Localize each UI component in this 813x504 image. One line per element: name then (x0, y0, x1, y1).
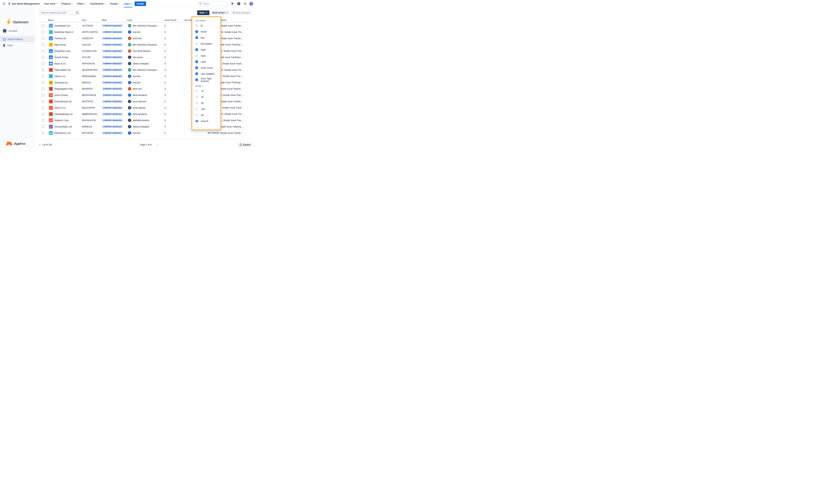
app-switcher-icon[interactable] (2, 2, 6, 6)
export-button[interactable]: Export (238, 142, 253, 147)
row-checkbox[interactable] (42, 62, 44, 65)
radio-icon[interactable] (195, 114, 198, 116)
project-name: Tuthooj Ltd. (54, 37, 66, 40)
column-toggle-key[interactable]: ✓ Key (192, 35, 220, 41)
project-name: Jinaceara Inc. (54, 81, 68, 84)
row-checkbox[interactable] (42, 100, 44, 103)
row-checkbox[interactable] (42, 94, 44, 96)
last-updated: - (184, 50, 185, 52)
lead-name: abdullah.ibrahim (133, 119, 149, 122)
next-page-arrow-icon[interactable]: → (156, 143, 159, 146)
lead-name: eva.lien (133, 31, 140, 33)
rows-section-label: ROWS (195, 85, 220, 87)
row-checkbox[interactable] (42, 37, 44, 40)
nav-item-dashboards[interactable]: Dashboards (90, 0, 106, 7)
notifications-bell-icon[interactable] (230, 2, 234, 6)
row-checkbox[interactable] (42, 24, 44, 27)
column-header-name[interactable]: Name (47, 18, 81, 22)
column-toggle-last-updated[interactable]: ✓ Last Updated (192, 71, 220, 77)
checkbox-icon[interactable] (195, 54, 198, 57)
row-checkbox[interactable] (42, 113, 44, 115)
row-checkbox[interactable] (42, 132, 44, 134)
nav-item-apps[interactable]: Apps (124, 0, 132, 7)
style-badge: COMPANY MANAGED (102, 106, 123, 109)
radio-icon[interactable] (195, 108, 198, 110)
project-search-input[interactable] (39, 10, 80, 15)
row-checkbox[interactable] (42, 119, 44, 122)
checkbox-icon[interactable]: ✓ (195, 66, 198, 69)
rows-option-50[interactable]: 50 (192, 100, 220, 106)
column-toggle-name[interactable]: ✓ Name (192, 29, 220, 35)
browser-icon: ▦ (49, 87, 53, 91)
checkbox-icon[interactable]: ✓ (195, 48, 198, 51)
global-search-input[interactable] (198, 1, 228, 6)
column-toggle-issue-count[interactable]: ✓ Issue Count (192, 65, 220, 71)
checkbox-icon[interactable]: ✓ (195, 36, 198, 39)
rows-option-25[interactable]: 25 (192, 94, 220, 100)
bulk-action-button[interactable]: Bulk action (210, 10, 230, 15)
checkbox-icon[interactable]: ✓ (195, 73, 198, 75)
row-checkbox[interactable] (42, 50, 44, 52)
clear-search-icon[interactable]: ✕ (76, 12, 78, 14)
column-header-key[interactable]: Key (81, 18, 101, 22)
row-checkbox[interactable] (42, 75, 44, 78)
view-options-panel: COLUMNS ID ✓ Name ✓ Key Description ✓ St… (192, 16, 221, 130)
column-toggle-lead[interactable]: ✓ Lead (192, 59, 220, 65)
style-badge: COMPANY MANAGED (102, 75, 123, 78)
view-button[interactable]: View (197, 10, 209, 15)
row-checkbox[interactable] (42, 69, 44, 71)
checkbox-icon[interactable]: ✓ (195, 30, 198, 33)
create-button[interactable]: Create (135, 1, 146, 6)
column-toggle-style[interactable]: ✓ Style (192, 47, 220, 53)
row-checkbox[interactable] (42, 81, 44, 84)
rows-option-100[interactable]: 100 (192, 106, 220, 112)
lead-avatar: F (128, 56, 131, 59)
column-toggle-type[interactable]: Type (192, 53, 220, 59)
column-toggle-id[interactable]: ID (192, 23, 220, 29)
settings-gear-icon[interactable]: ⚙ (243, 2, 247, 6)
issue-count: 0 (165, 113, 166, 115)
previous-page-arrow-icon[interactable]: ← (133, 143, 136, 146)
radio-icon[interactable] (195, 96, 198, 98)
sidebar-item-active-projects[interactable]: Active Projects (0, 36, 34, 42)
column-header-style[interactable]: Style (101, 18, 126, 22)
issue-count: 0 (165, 24, 166, 27)
row-checkbox[interactable] (42, 43, 44, 46)
rows-option-label: 10 (201, 90, 204, 92)
column-header-lead[interactable]: Lead (126, 18, 164, 22)
radio-icon[interactable] (195, 90, 198, 92)
global-search (198, 1, 228, 6)
user-avatar[interactable]: JR (249, 2, 253, 6)
lead-avatar: P (128, 37, 131, 40)
lead-avatar: T (128, 93, 131, 97)
nav-item-your-work[interactable]: Your work (44, 0, 57, 7)
column-toggle-description[interactable]: Description (192, 41, 220, 47)
rows-option-all[interactable]: All (192, 112, 220, 118)
checkbox-icon[interactable]: ✓ (195, 60, 198, 63)
column-toggle-label: Issue Type Scheme (201, 77, 220, 82)
lead-avatar: T (128, 113, 131, 116)
checkbox-icon[interactable] (195, 24, 198, 27)
project-key: ASOEGYA (82, 37, 93, 40)
help-icon[interactable]: ? (237, 2, 241, 6)
radio-icon[interactable] (195, 120, 198, 122)
nav-item-people[interactable]: People (110, 0, 120, 7)
sidebar-item-trash[interactable]: Trash (0, 42, 34, 48)
nav-item-projects[interactable]: Projects (62, 0, 73, 7)
column-header-issue-count[interactable]: Issue Count (164, 18, 183, 22)
row-checkbox[interactable] (42, 31, 44, 33)
row-checkbox[interactable] (42, 125, 44, 128)
radio-icon[interactable] (195, 102, 198, 104)
nav-item-filters[interactable]: Filters (77, 0, 86, 7)
review-changes-button[interactable]: Review changes (231, 10, 253, 15)
rows-option-10[interactable]: 10 (192, 88, 220, 94)
checkbox-icon[interactable]: ✓ (195, 79, 198, 81)
row-checkbox[interactable] (42, 56, 44, 59)
rows-option-auto-fit[interactable]: Auto-fit (192, 118, 220, 124)
row-checkbox[interactable] (42, 87, 44, 90)
lead-name: Ben Warwick-Champion (133, 69, 157, 71)
column-toggle-issue-type-scheme[interactable]: ✓ Issue Type Scheme (192, 77, 220, 83)
checkbox-icon[interactable] (195, 42, 198, 45)
go-back-button[interactable]: ← Go back (3, 29, 17, 33)
row-checkbox[interactable] (42, 106, 44, 109)
